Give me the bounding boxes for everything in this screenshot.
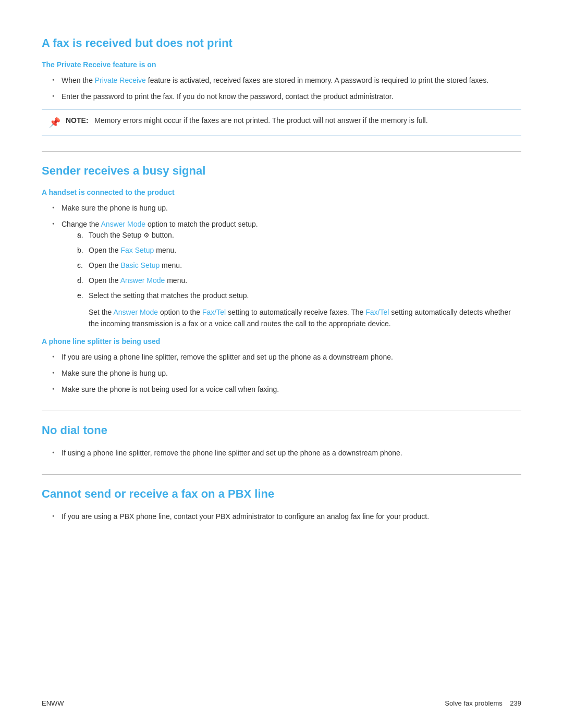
footer-page-number: 239 bbox=[510, 699, 521, 707]
section-divider-3 bbox=[42, 474, 521, 475]
subsection-title-splitter: A phone line splitter is being used bbox=[42, 337, 521, 346]
list-item: If you are using a PBX phone line, conta… bbox=[52, 511, 521, 522]
section-title-no-dial-tone: No dial tone bbox=[42, 424, 521, 437]
alpha-list-item-b: b. Open the Fax Setup menu. bbox=[77, 245, 521, 256]
list-item: When the Private Receive feature is acti… bbox=[52, 75, 521, 86]
list-item: If you are using a phone line splitter, … bbox=[52, 352, 521, 363]
alpha-label-a: a. bbox=[77, 230, 83, 241]
link-answer-mode-2[interactable]: Answer Mode bbox=[120, 276, 165, 285]
note-icon: 📌 bbox=[49, 116, 60, 130]
bullet-list-handset: Make sure the phone is hung up. Change t… bbox=[42, 203, 521, 330]
alpha-label-d: d. bbox=[77, 275, 83, 286]
alpha-list-item-e: e. Select the setting that matches the p… bbox=[77, 290, 521, 301]
page-footer: ENWW Solve fax problems 239 bbox=[42, 699, 521, 707]
list-item: If using a phone line splitter, remove t… bbox=[52, 448, 521, 459]
footer-right-text: Solve fax problems bbox=[445, 699, 503, 707]
section-pbx-line: Cannot send or receive a fax on a PBX li… bbox=[42, 487, 521, 522]
list-item: Change the Answer Mode option to match t… bbox=[52, 219, 521, 330]
list-item: Make sure the phone is hung up. bbox=[52, 203, 521, 214]
list-item: Make sure the phone is hung up. bbox=[52, 368, 521, 379]
page-content: A fax is received but does not print The… bbox=[42, 36, 521, 522]
bullet-list-splitter: If you are using a phone line splitter, … bbox=[42, 352, 521, 395]
link-basic-setup[interactable]: Basic Setup bbox=[121, 261, 160, 269]
link-fax-tel-2[interactable]: Fax/Tel bbox=[365, 308, 389, 316]
footer-right: Solve fax problems 239 bbox=[445, 699, 521, 707]
section-divider-2 bbox=[42, 411, 521, 411]
alpha-label-c: c. bbox=[77, 260, 83, 271]
section-no-dial-tone: No dial tone If using a phone line split… bbox=[42, 424, 521, 459]
link-answer-mode-1[interactable]: Answer Mode bbox=[101, 220, 146, 228]
section-title-busy-signal: Sender receives a busy signal bbox=[42, 164, 521, 178]
note-box-memory: 📌 NOTE: Memory errors might occur if the… bbox=[42, 109, 521, 135]
sub-paragraph-answer-mode: Set the Answer Mode option to the Fax/Te… bbox=[62, 306, 521, 330]
setup-icon: ⚙ bbox=[143, 231, 150, 239]
alpha-list-item-a: a. Touch the Setup ⚙ button. bbox=[77, 230, 521, 241]
bullet-list-pbx-line: If you are using a PBX phone line, conta… bbox=[42, 511, 521, 522]
link-answer-mode-3[interactable]: Answer Mode bbox=[113, 308, 158, 316]
section-title-pbx-line: Cannot send or receive a fax on a PBX li… bbox=[42, 487, 521, 501]
list-item: Make sure the phone is not being used fo… bbox=[52, 384, 521, 395]
link-fax-setup[interactable]: Fax Setup bbox=[121, 246, 154, 254]
section-title-fax-not-print: A fax is received but does not print bbox=[42, 36, 521, 50]
section-fax-not-print: A fax is received but does not print The… bbox=[42, 36, 521, 135]
note-text: NOTE: Memory errors might occur if the f… bbox=[66, 115, 428, 126]
alpha-label-b: b. bbox=[77, 245, 83, 256]
section-divider bbox=[42, 151, 521, 152]
subsection-title-handset: A handset is connected to the product bbox=[42, 188, 521, 196]
bullet-list-private-receive: When the Private Receive feature is acti… bbox=[42, 75, 521, 102]
list-item: Enter the password to print the fax. If … bbox=[52, 91, 521, 102]
alpha-list-item-d: d. Open the Answer Mode menu. bbox=[77, 275, 521, 286]
section-busy-signal: Sender receives a busy signal A handset … bbox=[42, 164, 521, 395]
bullet-list-no-dial-tone: If using a phone line splitter, remove t… bbox=[42, 448, 521, 459]
footer-left: ENWW bbox=[42, 699, 64, 707]
alpha-label-e: e. bbox=[77, 290, 83, 301]
alpha-list-item-c: c. Open the Basic Setup menu. bbox=[77, 260, 521, 271]
subsection-title-private-receive: The Private Receive feature is on bbox=[42, 60, 521, 69]
link-fax-tel-1[interactable]: Fax/Tel bbox=[202, 308, 226, 316]
alpha-list-setup: a. Touch the Setup ⚙ button. b. Open the… bbox=[62, 230, 521, 301]
link-private-receive[interactable]: Private Receive bbox=[95, 76, 146, 84]
